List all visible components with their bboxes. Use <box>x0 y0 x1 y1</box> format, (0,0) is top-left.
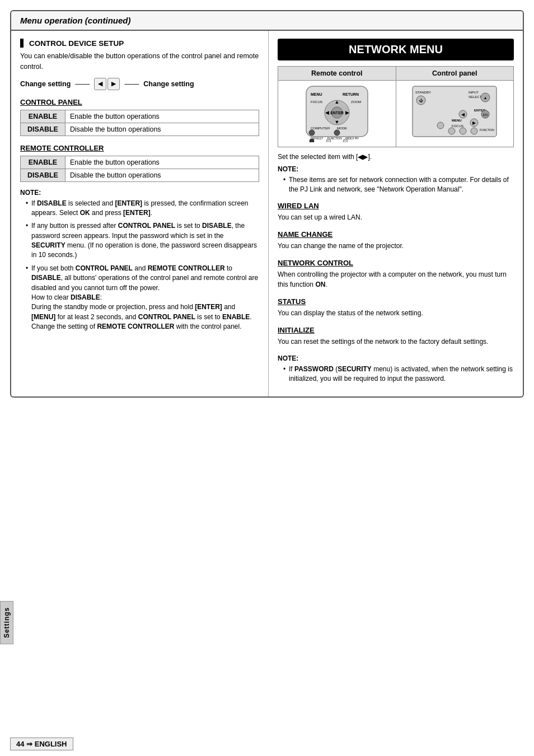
table-row: ENABLE Enable the button operations <box>21 156 259 169</box>
svg-point-14 <box>309 130 315 136</box>
arrow-line: —— <box>75 80 90 88</box>
svg-text:FOCUS: FOCUS <box>311 100 322 104</box>
note2-list: If PASSWORD (SECURITY menu) is activated… <box>278 365 514 384</box>
control-panel-svg: STANDBY INPUT SELECT ⏻ ▲ <box>407 83 502 142</box>
svg-point-39 <box>437 122 444 129</box>
svg-text:MENU: MENU <box>452 119 462 122</box>
note-list: If DISABLE is selected and [ENTER] is pr… <box>20 199 259 332</box>
network-control-text: When controlling the projector with a co… <box>278 269 514 290</box>
svg-text:RETURN: RETURN <box>343 92 359 96</box>
initialize-section: INITIALIZE You can reset the settings of… <box>278 326 514 347</box>
remote-control-diagram-cell: MENU RETURN ENTER ▲ <box>278 81 396 147</box>
svg-text:▲: ▲ <box>334 99 339 105</box>
control-arrows: ◀ ▶ <box>94 78 120 90</box>
right-arrow-icon: ▶ <box>107 78 120 90</box>
remote-control-svg: MENU RETURN ENTER ▲ <box>289 83 385 142</box>
svg-text:INPUT: INPUT <box>469 91 479 94</box>
table-row: ENABLE Enable the button operations <box>21 110 259 123</box>
page-title: Menu operation (continued) <box>11 11 523 31</box>
svg-text:▲: ▲ <box>484 96 488 100</box>
right-note1: NOTE: These items are set for network co… <box>278 165 514 195</box>
two-column-layout: CONTROL DEVICE SETUP You can enable/disa… <box>11 31 523 396</box>
svg-text:▼: ▼ <box>334 119 339 125</box>
svg-point-41 <box>460 128 466 134</box>
table-row: DISABLE Disable the button operations <box>21 123 259 136</box>
heading-bar <box>20 39 24 48</box>
svg-text:FUNCTION: FUNCTION <box>480 128 494 132</box>
arrow-line2: —— <box>124 80 139 88</box>
status-title: STATUS <box>278 297 514 306</box>
change-setting-right-label: Change setting <box>143 80 194 88</box>
list-item: If you set both CONTROL PANEL and REMOTE… <box>26 264 259 332</box>
list-item: These items are set for network connecti… <box>283 175 514 195</box>
network-menu-title: NETWORK MENU <box>278 39 514 60</box>
svg-text:◀: ◀ <box>325 110 329 115</box>
remote-enable-key: ENABLE <box>21 156 65 169</box>
status-section: STATUS You can display the status of the… <box>278 297 514 318</box>
svg-point-40 <box>448 128 455 134</box>
left-column: CONTROL DEVICE SETUP You can enable/disa… <box>11 31 269 396</box>
table-row: MENU RETURN ENTER ▲ <box>278 81 514 147</box>
rc-table: Remote control Control panel <box>278 66 514 147</box>
control-panel-header: Control panel <box>396 67 514 81</box>
note1-title: NOTE: <box>278 165 514 173</box>
control-device-setup-description: You can enable/disable the button operat… <box>20 51 259 72</box>
settings-tab: Settings <box>0 601 13 644</box>
change-setting-row: Change setting —— ◀ ▶ —— Change setting <box>20 78 259 90</box>
list-item: If any button is pressed after CONTROL P… <box>26 221 259 260</box>
svg-text:COMPUTER: COMPUTER <box>311 127 330 130</box>
remote-disable-key: DISABLE <box>21 169 65 181</box>
svg-text:MENU: MENU <box>311 92 322 96</box>
network-control-title: NETWORK CONTROL <box>278 259 514 267</box>
wired-lan-text: You can set up a wired LAN. <box>278 212 514 222</box>
svg-text:INDEX PH: INDEX PH <box>345 137 359 140</box>
remote-control-header: Remote control <box>278 67 396 81</box>
name-change-text: You can change the name of the projector… <box>278 241 514 251</box>
left-note-section: NOTE: If DISABLE is selected and [ENTER]… <box>20 189 259 332</box>
remote-enable-value: Enable the button operations <box>65 156 259 169</box>
page-number: 44 ⇒ ENGLISH <box>10 738 73 750</box>
control-panel-enable-key: ENABLE <box>21 110 65 123</box>
note1-list: These items are set for network connecti… <box>278 175 514 195</box>
list-item: If DISABLE is selected and [ENTER] is pr… <box>26 199 259 218</box>
page: Settings Menu operation (continued) CONT… <box>0 0 534 756</box>
right-column: NETWORK MENU Remote control Control pane… <box>269 31 523 396</box>
control-panel-diagram-cell: STANDBY INPUT SELECT ⏻ ▲ <box>396 81 514 147</box>
set-item-text: Set the selected item with [◀▶]. <box>278 153 514 161</box>
svg-point-15 <box>334 130 340 136</box>
initialize-title: INITIALIZE <box>278 326 514 334</box>
svg-point-21 <box>343 139 348 142</box>
remote-controller-table: ENABLE Enable the button operations DISA… <box>20 156 259 182</box>
name-change-title: NAME CHANGE <box>278 230 514 239</box>
svg-text:◀: ◀ <box>461 112 465 117</box>
network-control-section: NETWORK CONTROL When controlling the pro… <box>278 259 514 290</box>
control-device-setup-heading: CONTROL DEVICE SETUP <box>20 39 259 48</box>
bottom-bar: 44 ⇒ ENGLISH <box>10 738 524 750</box>
remote-controller-heading: REMOTE CONTROLLER <box>20 144 259 152</box>
remote-disable-value: Disable the button operations <box>65 169 259 181</box>
control-panel-disable-value: Disable the button operations <box>65 123 259 136</box>
note2-title: NOTE: <box>278 354 514 362</box>
table-row: DISABLE Disable the button operations <box>21 169 259 181</box>
left-arrow-icon: ◀ <box>94 78 106 90</box>
svg-text:SELECT: SELECT <box>469 95 482 99</box>
wired-lan-section: WIRED LAN You can set up a wired LAN. <box>278 202 514 222</box>
wired-lan-title: WIRED LAN <box>278 202 514 210</box>
right-note2: NOTE: If PASSWORD (SECURITY menu) is act… <box>278 354 514 384</box>
svg-text:ZOOM: ZOOM <box>351 100 361 104</box>
svg-text:FOCUS: FOCUS <box>452 124 463 128</box>
svg-text:⏻: ⏻ <box>419 99 423 102</box>
svg-text:▶: ▶ <box>345 110 349 115</box>
svg-text:MODE: MODE <box>337 127 347 130</box>
note-title: NOTE: <box>20 189 259 197</box>
control-panel-heading: CONTROL PANEL <box>20 98 259 106</box>
svg-text:▶: ▶ <box>472 120 476 125</box>
list-item: If PASSWORD (SECURITY menu) is activated… <box>283 365 514 384</box>
svg-text:STANDBY: STANDBY <box>415 91 431 94</box>
control-panel-table: ENABLE Enable the button operations DISA… <box>20 110 259 136</box>
svg-point-19 <box>310 139 314 142</box>
status-text: You can display the status of the networ… <box>278 308 514 318</box>
name-change-section: NAME CHANGE You can change the name of t… <box>278 230 514 251</box>
control-panel-disable-key: DISABLE <box>21 123 65 136</box>
change-setting-left-label: Change setting <box>20 80 71 88</box>
